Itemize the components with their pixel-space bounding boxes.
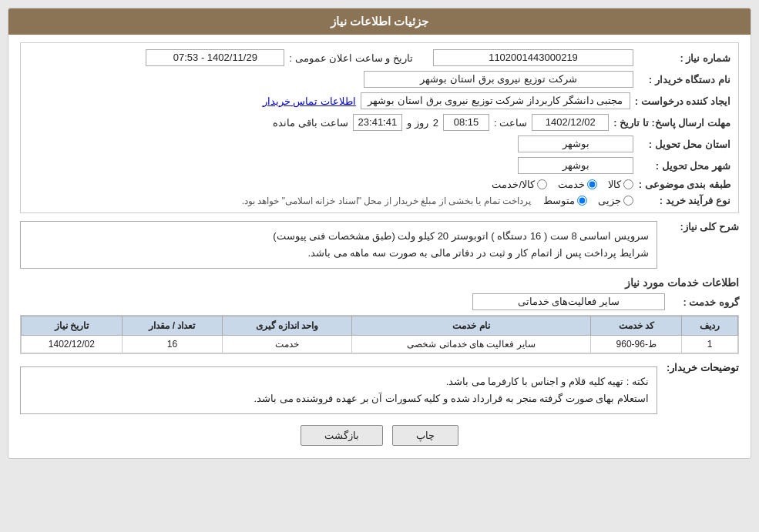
province-label: استان محل تحویل : (638, 139, 730, 150)
service-section-title: اطلاعات خدمات مورد نیاز (20, 276, 739, 289)
days-value: 2 (433, 117, 438, 129)
radio-service-input[interactable] (587, 179, 597, 189)
print-button[interactable]: چاپ (392, 425, 458, 446)
radio-goods: کالا (608, 179, 633, 190)
cell-code: ط-96-960 (591, 336, 682, 353)
buyer-notes-line1: نکته : تهیه کلیه قلام و اجناس با کارفرما… (446, 376, 649, 387)
service-table-wrapper: ردیف کد خدمت نام خدمت واحد اندازه گیری ت… (20, 315, 739, 354)
col-unit: واحد اندازه گیری (223, 316, 351, 336)
announce-date-value: 1402/11/29 - 07:53 (146, 49, 284, 66)
radio-goods-service-input[interactable] (537, 179, 547, 189)
cell-name: سایر فعالیت های خدماتی شخصی (351, 336, 591, 353)
radio-service: خدمت (558, 179, 597, 190)
service-info-section: اطلاعات خدمات مورد نیاز گروه خدمت : سایر… (20, 276, 739, 354)
service-group-label: گروه خدمت : (670, 296, 739, 308)
category-label: طبقه بندی موضوعی : (638, 179, 730, 190)
description-text: سرویس اساسی 8 ست ( 16 دستگاه ) اتوبوستر … (20, 221, 657, 269)
date-value: 1402/12/02 (532, 114, 609, 131)
radio-goods-label: کالا (608, 179, 621, 190)
buyer-name-value: شرکت توزیع نیروی برق استان بوشهر (364, 71, 633, 88)
radio-service-label: خدمت (558, 179, 585, 190)
description-row: شرح کلی نیاز: سرویس اساسی 8 ست ( 16 دستگ… (20, 221, 739, 269)
page-wrapper: جزئیات اطلاعات نیاز شماره نیاز : 1102001… (0, 0, 759, 532)
table-row: 1 ط-96-960 سایر فعالیت های خدماتی شخصی خ… (22, 336, 738, 353)
service-table: ردیف کد خدمت نام خدمت واحد اندازه گیری ت… (21, 316, 738, 353)
remaining-value: 23:41:41 (353, 114, 403, 131)
row-category: طبقه بندی موضوعی : کالا خدمت کالا/خدم (29, 179, 730, 190)
announce-date-label: تاریخ و ساعت اعلان عمومی : (289, 52, 413, 64)
card-body: شماره نیاز : 1102001443000219 تاریخ و سا… (8, 35, 751, 458)
radio-partial-input[interactable] (623, 196, 633, 206)
purchase-radio-group: جزیی متوسط (543, 195, 633, 206)
days-label: روز و (407, 117, 428, 129)
col-code: کد خدمت (591, 316, 682, 336)
service-group-row: گروه خدمت : سایر فعالیت‌های خدماتی (20, 293, 739, 310)
contact-link[interactable]: اطلاعات تماس خریدار (263, 95, 356, 107)
cell-row-num: 1 (682, 336, 738, 353)
row-need-number: شماره نیاز : 1102001443000219 تاریخ و سا… (29, 49, 730, 66)
radio-medium-input[interactable] (577, 196, 587, 206)
cell-date: 1402/12/02 (22, 336, 123, 353)
province-value: بوشهر (518, 136, 633, 152)
buyer-name-label: نام دستگاه خریدار : (638, 74, 730, 85)
need-number-value: 1102001443000219 (433, 49, 633, 66)
row-city: شهر محل تحویل : بوشهر (29, 157, 730, 174)
description-line2: شرایط پرداخت پس از اتمام کار و ثبت در دف… (308, 247, 649, 259)
radio-partial-label: جزیی (598, 195, 621, 206)
purchase-type-label: نوع فرآیند خرید : (638, 195, 730, 206)
radio-goods-service: کالا/خدمت (492, 179, 547, 190)
purchase-note: پرداخت تمام یا بخشی از مبلغ خریدار از مح… (242, 196, 531, 206)
remaining-label: ساعت باقی مانده (273, 117, 348, 129)
row-province: استان محل تحویل : بوشهر (29, 136, 730, 152)
buyer-notes-line2: استعلام بهای صورت گرفته منجر به قرارداد … (254, 393, 649, 404)
time-value: 08:15 (443, 114, 489, 131)
col-qty: تعداد / مقدار (122, 316, 223, 336)
creator-label: ایجاد کننده درخواست : (635, 95, 730, 107)
need-number-label: شماره نیاز : (638, 52, 730, 64)
row-deadline: مهلت ارسال پاسخ: تا تاریخ : 1402/12/02 س… (29, 114, 730, 131)
deadline-label: مهلت ارسال پاسخ: تا تاریخ : (613, 117, 730, 129)
page-title: جزئیات اطلاعات نیاز (331, 15, 428, 28)
description-section: شرح کلی نیاز: سرویس اساسی 8 ست ( 16 دستگ… (20, 221, 739, 269)
cell-qty: 16 (122, 336, 223, 353)
radio-partial: جزیی (598, 195, 633, 206)
col-date: تاریخ نیاز (22, 316, 123, 336)
buyer-notes-box: نکته : تهیه کلیه قلام و اجناس با کارفرما… (20, 366, 657, 414)
col-row-num: ردیف (682, 316, 738, 336)
description-label: شرح کلی نیاز: (662, 221, 739, 233)
service-group-value: سایر فعالیت‌های خدماتی (472, 293, 665, 310)
row-purchase-type: نوع فرآیند خرید : جزیی متوسط پرداخت تمام… (29, 195, 730, 206)
card-header: جزئیات اطلاعات نیاز (8, 8, 751, 35)
row-buyer-name: نام دستگاه خریدار : شرکت توزیع نیروی برق… (29, 71, 730, 88)
buyer-notes-section: توضیحات خریدار: نکته : تهیه کلیه قلام و … (20, 362, 739, 414)
buttons-row: چاپ بازگشت (20, 425, 739, 446)
radio-goods-service-label: کالا/خدمت (492, 179, 535, 190)
radio-goods-input[interactable] (623, 179, 633, 189)
category-radio-group: کالا خدمت کالا/خدمت (492, 179, 633, 190)
buyer-notes-label: توضیحات خریدار: (662, 362, 739, 373)
main-card: جزئیات اطلاعات نیاز شماره نیاز : 1102001… (8, 8, 751, 459)
cell-unit: خدمت (223, 336, 351, 353)
radio-medium: متوسط (543, 195, 587, 206)
description-line1: سرویس اساسی 8 ست ( 16 دستگاه ) اتوبوستر … (273, 230, 649, 242)
row-creator: ایجاد کننده درخواست : مجتبی دانشگر کاربر… (29, 92, 730, 109)
creator-value: مجتبی دانشگر کاربرداز شرکت توزیع نیروی ب… (361, 92, 630, 109)
col-name: نام خدمت (351, 316, 591, 336)
time-label: ساعت : (494, 117, 527, 129)
info-section: شماره نیاز : 1102001443000219 تاریخ و سا… (20, 42, 739, 213)
table-header-row: ردیف کد خدمت نام خدمت واحد اندازه گیری ت… (22, 316, 738, 336)
radio-medium-label: متوسط (543, 195, 575, 206)
back-button[interactable]: بازگشت (301, 425, 383, 446)
city-label: شهر محل تحویل : (638, 160, 730, 172)
city-value: بوشهر (518, 157, 633, 174)
